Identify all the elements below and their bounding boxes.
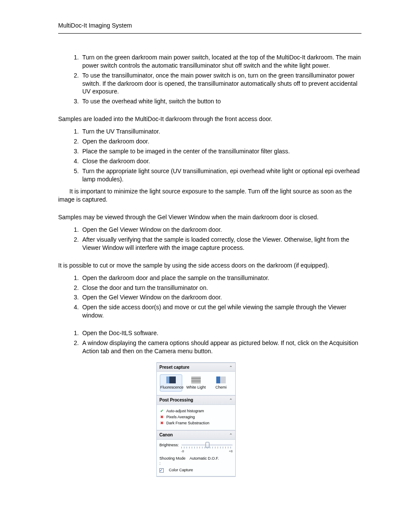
brightness-label: Brightness: — [159, 442, 179, 448]
color-capture-checkbox[interactable] — [159, 468, 164, 473]
slider-thumb-icon — [206, 442, 209, 448]
list-item: 1.Open the Doc-ItLS software. — [69, 329, 361, 337]
list-item: 3.Place the sample to be imaged in the c… — [69, 147, 361, 156]
loading-intro: Samples are loaded into the MultiDoc-It … — [58, 115, 361, 123]
list-item: 2.After visually verifying that the samp… — [69, 236, 361, 252]
collapse-icon: ⌃ — [229, 432, 233, 438]
list-item: 4.Open the side access door(s) and move … — [69, 303, 361, 320]
list-item: 1.Turn the UV Transilluminator. — [69, 128, 361, 136]
collapse-icon: ⌃ — [229, 365, 233, 370]
gelviewer-intro: Samples may be viewed through the Gel Vi… — [58, 213, 361, 221]
fluorescence-button[interactable]: Fluorescence — [160, 374, 182, 392]
preset-capture-body: Fluorescence White Light Chemi — [157, 372, 235, 395]
canon-header[interactable]: Canon ⌃ — [157, 430, 235, 440]
gelviewer-list: 1.Open the Gel Viewer Window on the dark… — [69, 226, 361, 252]
list-item: 1.Open the darkroom door and place the s… — [69, 274, 361, 282]
list-item: 2.A window displaying the camera options… — [69, 339, 361, 355]
page-header: MultiDoc-It Imaging System — [58, 22, 361, 34]
post-processing-body: ✔ Auto-adjust histogram ✖ Pixels Averagi… — [157, 405, 235, 430]
list-item: 2.Close the door and turn the transillum… — [69, 284, 361, 292]
fluorescence-icon — [166, 376, 176, 383]
list-item: 2.Open the darkroom door. — [69, 137, 361, 146]
list-item: 2.To use the transilluminator, once the … — [69, 72, 361, 96]
brightness-slider[interactable] — [181, 444, 233, 446]
canon-body: Brightness: -8 +8 Shooting Mode : Automa… — [157, 440, 235, 476]
color-capture-label: Color Capture — [169, 467, 193, 473]
x-icon: ✖ — [159, 420, 164, 426]
shooting-mode-value: Automatic D.O.F. — [190, 456, 219, 466]
header-left: MultiDoc-It Imaging System — [58, 22, 132, 30]
preset-capture-header[interactable]: Preset capture ⌃ — [157, 363, 235, 372]
collapse-icon: ⌃ — [229, 398, 233, 403]
side-list: 1.Open the darkroom door and place the s… — [69, 274, 361, 320]
power-list: 1.Turn on the green darkroom main power … — [69, 53, 361, 106]
chemi-icon — [216, 376, 226, 383]
auto-adjust-histogram-toggle[interactable]: ✔ Auto-adjust histogram — [159, 408, 233, 414]
dark-frame-subtraction-toggle[interactable]: ✖ Dark Frame Substraction — [159, 420, 233, 426]
list-item: 3.Open the Gel Viewer Window on the dark… — [69, 293, 361, 302]
list-item: 3.To use the overhead white light, switc… — [69, 97, 361, 106]
pixels-averaging-toggle[interactable]: ✖ Pixels Averaging — [159, 414, 233, 420]
loading-list: 1.Turn the UV Transilluminator. 2.Open t… — [69, 128, 361, 183]
check-icon: ✔ — [159, 408, 164, 414]
white-light-icon — [191, 376, 201, 383]
side-intro: It is possible to cut or move the sample… — [58, 261, 361, 270]
list-item: 1.Turn on the green darkroom main power … — [69, 53, 361, 70]
white-light-button[interactable]: White Light — [185, 374, 207, 392]
shooting-mode-label: Shooting Mode : — [159, 456, 186, 466]
capture-list: 1.Open the Doc-ItLS software. 2.A window… — [69, 329, 361, 355]
camera-options-panel: Preset capture ⌃ Fluorescence White Ligh… — [156, 362, 236, 477]
list-item: 1.Open the Gel Viewer Window on the dark… — [69, 226, 361, 234]
x-icon: ✖ — [159, 414, 164, 420]
post-processing-header[interactable]: Post Processing ⌃ — [157, 395, 235, 405]
list-item: 4.Close the darkroom door. — [69, 157, 361, 165]
chemi-button[interactable]: Chemi — [210, 374, 232, 392]
list-item: 5.Turn the appropriate light source (UV … — [69, 167, 361, 184]
loading-note: It is important to minimize the light so… — [58, 187, 361, 204]
